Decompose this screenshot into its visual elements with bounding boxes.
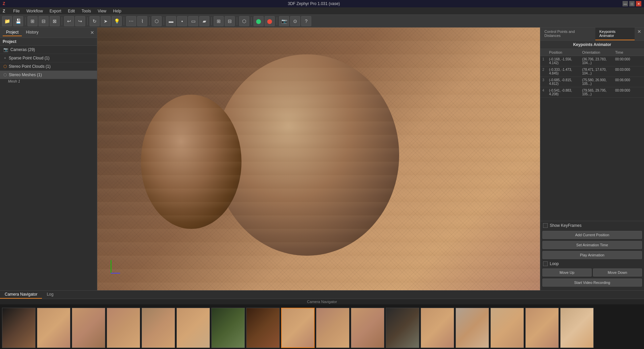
kp-row-1[interactable]: 1 (-0.168, -1.556, 4.142) (36.706, 23.78… [540, 56, 644, 66]
camera3-button[interactable]: ⊙ [290, 16, 300, 26]
multi-button[interactable]: ⊞ [214, 16, 224, 26]
tab-control-points[interactable]: Control Points and Distances [540, 28, 595, 40]
start-video-recording-button[interactable]: Start Video Recording [542, 279, 642, 287]
loop-checkbox[interactable] [543, 261, 548, 266]
cam-thumb-7[interactable] [211, 308, 245, 348]
rect2-button[interactable]: ▭ [188, 16, 198, 26]
x-axis [111, 273, 120, 273]
undo-button[interactable]: ↩ [64, 16, 74, 26]
cam-thumb-4[interactable] [107, 308, 140, 348]
app-logo: Z [3, 1, 5, 6]
left-panel-header: Project History ✕ [0, 28, 97, 38]
select2-button[interactable]: ⋯ [126, 16, 136, 26]
tree-stereo[interactable]: ⬡ Stereo Point Clouds (1) [0, 62, 97, 71]
cam-thumb-16-img [526, 308, 558, 348]
loop-label: Loop [550, 261, 559, 266]
tab-keypoints-animator[interactable]: Keypoints Animator [595, 28, 635, 40]
mode-button[interactable]: ⊠ [50, 16, 60, 26]
cam-thumb-14[interactable] [455, 308, 489, 348]
move-down-button[interactable]: Move Down [593, 268, 642, 277]
kp-row-4[interactable]: 4 (-0.541, -0.883, 4.208) (79.565, 29.79… [540, 87, 644, 98]
cam-thumb-11-img [351, 308, 384, 348]
redo-button[interactable]: ↪ [75, 16, 85, 26]
cam-thumb-16[interactable] [525, 308, 559, 348]
view-button[interactable]: ⊟ [39, 16, 49, 26]
sparse-label: Sparse Point Cloud (1) [9, 56, 49, 60]
cam-thumb-11[interactable] [351, 308, 384, 348]
light-button[interactable]: 💡 [112, 16, 122, 26]
kp-row-3[interactable]: 3 (-0.685, -0.815, 4.812) (75.580, 26.90… [540, 77, 644, 87]
menu-view[interactable]: View [96, 8, 108, 14]
move-up-button[interactable]: Move Up [542, 268, 592, 277]
toolbar-sep-2 [62, 17, 62, 25]
bottom-tabs: Camera Navigator Log [0, 291, 644, 299]
add-current-position-button[interactable]: Add Current Position [542, 231, 642, 239]
tab-log[interactable]: Log [42, 291, 58, 299]
cam-thumb-13[interactable] [421, 308, 454, 348]
dotgreen-button[interactable]: ⬤ [254, 16, 264, 26]
help-button[interactable]: ? [301, 16, 311, 26]
menu-file[interactable]: File [12, 8, 21, 14]
play-animation-button[interactable]: Play Animation [542, 251, 642, 259]
show-keyframes-text: Show KeyFrames [550, 223, 582, 228]
cam-thumb-17[interactable] [560, 308, 594, 348]
lasso-button[interactable]: ⌇ [137, 16, 147, 26]
kp-row-3-time: 00:06:000 [615, 78, 642, 86]
set-animation-time-button[interactable]: Set Animation Time [542, 241, 642, 249]
close-button[interactable]: ✕ [636, 1, 641, 6]
cam-thumb-5[interactable] [142, 308, 175, 348]
minimize-button[interactable]: — [623, 1, 628, 6]
cam-thumb-10[interactable] [316, 308, 350, 348]
cam-thumb-2-img [37, 308, 70, 348]
cam-thumb-3[interactable] [72, 308, 105, 348]
cam-thumb-6[interactable] [176, 308, 210, 348]
tab-project[interactable]: Project [3, 29, 22, 36]
capture-button[interactable]: 📷 [279, 16, 289, 26]
cam-thumb-9-img [282, 308, 314, 347]
rect-button[interactable]: ▬ [166, 16, 176, 26]
left-panel-close[interactable]: ✕ [90, 30, 94, 35]
menu-tools[interactable]: Tools [80, 8, 92, 14]
arrow-button[interactable]: ➤ [101, 16, 111, 26]
tree-cameras[interactable]: 📷 Cameras (29) [0, 46, 97, 54]
maximize-button[interactable]: □ [629, 1, 635, 6]
kp-row-2[interactable]: 2 (-0.333, -1.473, 4.845) (78.471, 17.67… [540, 66, 644, 77]
camera-strip[interactable] [0, 304, 644, 349]
cam-thumb-9[interactable] [281, 308, 315, 348]
tree-stereo-meshes[interactable]: ⬡ Stereo Meshes (1) [0, 71, 97, 79]
menu-help[interactable]: Help [112, 8, 123, 14]
cube-button[interactable]: ⬡ [152, 16, 162, 26]
menu-workflow[interactable]: Workflow [25, 8, 44, 14]
menu-export[interactable]: Export [48, 8, 63, 14]
show-keyframes-row: Loop Show KeyFrames [540, 221, 644, 230]
kp-row-4-num: 4 [542, 89, 549, 96]
kp-table-header: Position Orientation Time [540, 49, 644, 56]
cam-thumb-8[interactable] [246, 308, 280, 348]
dotred-button[interactable]: ⬤ [265, 16, 275, 26]
cam-thumb-2[interactable] [37, 308, 70, 348]
left-panel: Project History ✕ Project 📷 Cameras (29)… [0, 28, 97, 290]
cam-thumb-15[interactable] [490, 308, 524, 348]
right-panel-close[interactable]: ✕ [635, 28, 644, 40]
open-button[interactable]: 💾 [13, 16, 23, 26]
tab-history[interactable]: History [22, 29, 42, 36]
cube2-button[interactable]: ⬡ [239, 16, 249, 26]
cam-thumb-1[interactable] [2, 308, 36, 348]
multi2-button[interactable]: ⊟ [225, 16, 235, 26]
square-button[interactable]: ▪ [177, 16, 187, 26]
tab-camera-navigator[interactable]: Camera Navigator [0, 291, 42, 299]
select-button[interactable]: ⊞ [28, 16, 38, 26]
reconstruct-button[interactable]: ↻ [90, 16, 100, 26]
menu-edit[interactable]: Edit [67, 8, 76, 14]
viewport[interactable] [97, 28, 540, 290]
stereo-meshes-label: Stereo Meshes (1) [9, 72, 42, 77]
tree-sparse[interactable]: ⚬ Sparse Point Cloud (1) [0, 54, 97, 62]
mesh-icon: ⬡ [3, 72, 7, 77]
new-project-button[interactable]: 📁 [2, 16, 12, 26]
toolbar: 📁 💾 ⊞ ⊟ ⊠ ↩ ↪ ↻ ➤ 💡 ⋯ ⌇ ⬡ ▬ ▪ ▭ ▰ ⊞ ⊟ ⬡ … [0, 15, 644, 28]
kp-row-3-num: 3 [542, 78, 549, 86]
wide-button[interactable]: ▰ [199, 16, 209, 26]
cam-thumb-12[interactable] [386, 308, 419, 348]
show-keyframes-checkbox[interactable] [543, 223, 548, 228]
toolbar-sep-10 [277, 17, 277, 25]
